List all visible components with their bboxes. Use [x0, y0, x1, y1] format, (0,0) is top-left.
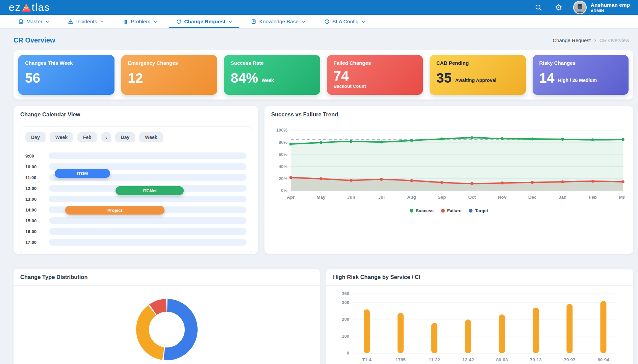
kpi-value: 84% [231, 71, 258, 85]
nav-item-sla-config[interactable]: SLA Config [317, 15, 373, 28]
breadcrumb-separator: › [594, 37, 596, 44]
logo-text-prefix: ez [9, 2, 21, 12]
app-header: ez tlas ⚙ [0, 0, 638, 15]
svg-text:Jul: Jul [378, 195, 384, 200]
svg-text:11-22: 11-22 [429, 357, 440, 362]
breadcrumb-parent[interactable]: Change Request [553, 37, 591, 43]
success-failure-trend-panel: Success vs Failure Trend 0%20%40%60%80%1… [264, 106, 633, 254]
svg-text:12-42: 12-42 [462, 357, 474, 362]
svg-text:Dec: Dec [528, 195, 537, 200]
logo-text-suffix: tlas [32, 2, 50, 12]
calendar-slot[interactable] [49, 228, 247, 235]
calendar-slot[interactable] [49, 152, 247, 159]
database-icon [18, 19, 24, 24]
calendar-month-button[interactable]: Feb [77, 132, 97, 142]
donut-chart [14, 286, 320, 363]
calendar-day-button[interactable]: Day [25, 132, 46, 142]
gear-icon[interactable]: ⚙ [553, 2, 564, 13]
svg-text:0: 0 [347, 351, 349, 356]
calendar-week-button[interactable]: Week [50, 132, 73, 142]
nav-item-problem[interactable]: Problem [115, 15, 164, 28]
svg-text:80%: 80% [279, 140, 287, 145]
svg-text:40%: 40% [279, 164, 287, 169]
legend-item-failure[interactable]: Failure [441, 208, 462, 213]
svg-text:Nov: Nov [498, 195, 507, 200]
app-logo: ez tlas [9, 2, 50, 12]
time-label: 12:00 [25, 186, 49, 191]
calendar-slot[interactable] [49, 239, 247, 246]
panel-title-bars: High Risk Change by Service / CI [326, 269, 633, 286]
user-name: Anshuman emp [591, 2, 630, 8]
nav-item-incidents[interactable]: Incidents [60, 15, 111, 28]
high-risk-change-panel: High Risk Change by Service / CI 0100200… [326, 269, 633, 364]
kpi-value: 14 [539, 71, 555, 85]
trend-chart: 0%20%40%60%80%100%AprMayJunJulAugSepOctN… [264, 123, 633, 207]
calendar-event-project[interactable]: Project [65, 206, 164, 215]
calendar-week-button-2[interactable]: Week [139, 132, 163, 142]
calendar-day-button-2[interactable]: Day [115, 132, 135, 142]
kpi-card-cab-pending: CAB Pending 35Awaiting Approval [430, 55, 526, 95]
calendar-prev-button[interactable]: ‹ [101, 132, 111, 142]
avatar[interactable] [573, 1, 587, 14]
svg-text:May: May [316, 195, 326, 200]
nav-item-master[interactable]: Master [11, 15, 56, 28]
svg-text:1785: 1785 [395, 357, 406, 362]
nav-item-knowledge-base[interactable]: Knowledge Base [244, 15, 312, 28]
time-label: 9:00 [25, 153, 49, 159]
page-title: CR Overview [14, 36, 55, 44]
time-label: 10:00 [25, 164, 49, 169]
svg-text:Jun: Jun [347, 195, 355, 200]
chevron-down-icon [302, 21, 305, 23]
svg-text:80-03: 80-03 [496, 357, 508, 362]
panel-title-calendar: Change Calendar View [14, 106, 258, 123]
calendar-slot[interactable] [49, 217, 247, 224]
svg-text:200: 200 [342, 317, 349, 322]
kpi-card-emergency-changes: Emergency Changes 12 [121, 55, 218, 95]
kpi-value: 56 [25, 71, 41, 85]
calendar-slot[interactable] [49, 196, 247, 202]
user-role: ADMIN [591, 8, 630, 13]
chevron-down-icon [100, 21, 104, 23]
time-label: 15:00 [25, 218, 49, 223]
chevron-down-icon [229, 21, 232, 23]
time-label: 16:00 [25, 229, 49, 234]
time-label: 14:00 [25, 207, 49, 213]
change-type-distribution-panel: Change Type Distribution StandardNormalE… [14, 269, 320, 364]
search-icon[interactable] [533, 2, 544, 13]
time-label: 11:00 [25, 175, 49, 180]
calendar-toolbar: Day Week Feb ‹ Day Week [25, 132, 247, 142]
kpi-value: 12 [128, 71, 144, 85]
warning-icon [68, 19, 73, 24]
svg-text:20%: 20% [279, 176, 287, 181]
logo-triangle-icon [21, 3, 31, 12]
nav-item-change-request[interactable]: Change Request [169, 15, 239, 28]
legend-item-target[interactable]: Target [469, 208, 488, 213]
avatar-silhouette-icon [574, 3, 586, 13]
kpi-card-risky-changes: Risky Changes 14High / 26 Medium [533, 55, 629, 95]
svg-text:350: 350 [342, 291, 349, 296]
kpi-value: 74 [334, 69, 349, 83]
calendar-event-itom[interactable]: ITOM [55, 169, 110, 178]
svg-text:79-97: 79-97 [564, 357, 575, 362]
svg-text:Apr: Apr [287, 195, 295, 200]
bug-icon [123, 19, 128, 24]
user-menu[interactable]: Anshuman emp ADMIN [573, 1, 630, 14]
clock-icon [324, 19, 330, 24]
svg-text:300: 300 [342, 300, 349, 305]
breadcrumb-current: CR Overview [599, 37, 629, 43]
chevron-down-icon [362, 21, 365, 23]
calendar-event-itcnet[interactable]: ITCNet [116, 186, 184, 195]
document-icon [251, 19, 256, 24]
svg-text:Jan: Jan [559, 195, 566, 200]
svg-text:Aug: Aug [407, 195, 416, 200]
svg-text:80-94: 80-94 [597, 357, 609, 362]
kpi-strip: Changes This Week 56 Emergency Changes 1… [14, 50, 633, 100]
svg-text:100%: 100% [276, 128, 288, 133]
svg-text:79-13: 79-13 [530, 357, 541, 362]
time-label: 17:00 [25, 240, 49, 245]
breadcrumb: Change Request › CR Overview [553, 37, 633, 44]
chevron-down-icon [46, 21, 49, 23]
svg-text:Oct: Oct [468, 195, 476, 200]
legend-item-success[interactable]: Success [410, 208, 434, 213]
panel-title-trend: Success vs Failure Trend [264, 106, 633, 123]
